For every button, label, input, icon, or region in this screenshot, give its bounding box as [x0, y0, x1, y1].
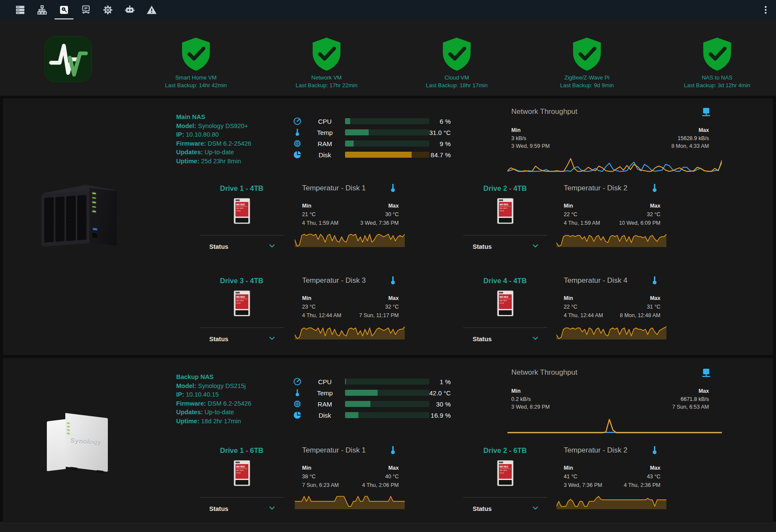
shield-check-icon — [180, 37, 212, 71]
ram-bar — [345, 141, 429, 147]
drive-title: Drive 1 - 6TB — [200, 445, 284, 455]
disk-temp-title: Temperatur - Disk 1 — [302, 446, 366, 455]
gauge-row-disk: Disk 16.9 % — [293, 410, 451, 421]
gauge-row-disk: Disk 84.7 % — [293, 149, 451, 160]
backup-nas-photo: Synology — [45, 412, 110, 475]
backup-last-time: Last Backup: 3d 12hr 4min — [653, 82, 776, 89]
disk-temp-chart — [556, 233, 666, 247]
chevron-down-icon[interactable] — [267, 241, 277, 252]
chevron-down-icon[interactable] — [531, 241, 540, 252]
shield-check-icon — [571, 37, 603, 71]
kebab-menu-icon[interactable] — [760, 4, 772, 16]
gauge-icon — [293, 116, 302, 126]
thermometer-icon — [649, 445, 660, 457]
disk-temp-card-3: Temperatur - Disk 3 Min23 °C4 Thu, 12:44… — [294, 275, 406, 343]
disk-temp-card-2: Temperatur - Disk 2 Min41 °C3 Wed, 7:36 … — [556, 445, 668, 513]
backup-name: ZigBee/Z-Wave Pi — [522, 74, 651, 82]
wd-red-drive-photo: WD REDNAS HARD DRIVE — [498, 461, 513, 486]
nas-title: Main NAS — [176, 113, 305, 122]
main-nas-info: Main NAS Model: Synology DS920+ IP: 10.1… — [176, 113, 305, 165]
drive-status-toggle[interactable]: Status — [200, 239, 284, 254]
drive-status-toggle[interactable]: Status — [463, 332, 547, 346]
min-value: 0.2 kB/s — [511, 395, 550, 404]
top-navigation-bar: IP — [0, 0, 776, 19]
disk-temp-title: Temperatur - Disk 1 — [302, 184, 366, 193]
server-rack-icon[interactable] — [10, 0, 31, 19]
thermometer-icon — [649, 183, 660, 195]
backup-last-time: Last Backup: 17hr 22min — [262, 82, 391, 89]
disk-temp-card-2: Temperatur - Disk 2 Min22 °C4 Thu, 1:59 … — [556, 183, 668, 251]
warning-triangle-icon[interactable] — [141, 0, 162, 19]
card-title: Network Throughput — [511, 107, 577, 116]
thermometer-icon — [293, 128, 302, 137]
chevron-down-icon[interactable] — [531, 333, 540, 345]
drive-status-toggle[interactable]: Status — [463, 501, 547, 516]
hard-disk-icon[interactable] — [54, 0, 74, 19]
divider — [463, 327, 547, 328]
max-label: Max — [671, 126, 709, 135]
drive-status-toggle[interactable]: Status — [200, 501, 284, 516]
backup-last-time: Last Backup: 9d 9min — [522, 82, 651, 89]
ip-network-icon[interactable]: IP — [76, 0, 96, 19]
chip-icon — [293, 399, 302, 409]
disk-temp-card-1: Temperatur - Disk 1 Min38 °C7 Sun, 6:23 … — [294, 445, 406, 513]
drive-card-1: Drive 1 - 4TB WD REDNAS HARD DRIVE Statu… — [200, 183, 284, 259]
nav-tabs: IP — [10, 0, 162, 19]
chevron-down-icon[interactable] — [267, 333, 277, 345]
settings-gear-icon[interactable] — [98, 0, 118, 19]
backup-nas-info: Backup NAS Model: Synology DS215j IP: 10… — [176, 373, 305, 425]
disk-temp-chart — [556, 495, 666, 509]
gauge-row-ram: RAM 9 % — [293, 138, 451, 149]
chevron-down-icon[interactable] — [531, 503, 540, 514]
drive-status-toggle[interactable]: Status — [463, 239, 547, 254]
wd-red-drive-photo: WD REDNAS HARD DRIVE — [234, 291, 250, 316]
cpu-bar — [345, 379, 429, 385]
disk-bar — [345, 412, 429, 418]
drive-card-3: Drive 3 - 4TB WD REDNAS HARD DRIVE Statu… — [200, 275, 284, 352]
chevron-down-icon[interactable] — [267, 503, 277, 514]
divider — [200, 235, 284, 235]
divider — [463, 235, 547, 235]
wd-red-drive-photo: WD REDNAS HARD DRIVE — [234, 199, 250, 223]
ram-bar — [345, 401, 429, 407]
thermometer-icon — [388, 445, 398, 457]
nas-title: Backup NAS — [176, 373, 305, 382]
disk-temp-title: Temperatur - Disk 2 — [564, 446, 627, 455]
robot-icon[interactable] — [119, 0, 140, 19]
network-computer-icon — [700, 107, 712, 120]
backup-network-throughput-card: Network Throughput Min 0.2 kB/s 3 Wed, 8… — [507, 367, 724, 435]
thermometer-icon — [293, 388, 302, 397]
network-sitemap-icon[interactable] — [32, 0, 52, 19]
divider — [463, 497, 547, 498]
temp-bar — [345, 390, 429, 396]
pulse-monitor-app-icon — [44, 36, 92, 82]
backup-system-gauges: CPU 1 % Temp 42.0 °C RAM 30 % Disk 16.9 — [293, 376, 451, 421]
gauge-row-cpu: CPU 6 % — [293, 116, 451, 127]
disk-temp-chart — [295, 233, 405, 247]
drive-status-toggle[interactable]: Status — [200, 332, 284, 346]
min-label: Min — [511, 126, 550, 135]
drive-card-2: Drive 2 - 6TB WD REDNAS HARD DRIVE Statu… — [463, 445, 547, 521]
disk-temp-chart — [295, 325, 405, 339]
max-time: 7 Sun, 6:53 AM — [672, 403, 709, 411]
drive-card-1: Drive 1 - 6TB WD REDNAS HARD DRIVE Statu… — [200, 445, 284, 521]
disk-temp-title: Temperatur - Disk 2 — [564, 184, 627, 193]
shield-check-icon — [701, 37, 733, 71]
gauge-row-temp: Temp 42.0 °C — [293, 387, 451, 398]
backup-status-strip: Smart Home VMLast Backup: 14hr 42min Net… — [0, 19, 776, 96]
main-network-throughput-card: Network Throughput Min 3 kB/s 3 Wed, 9:5… — [507, 107, 724, 174]
disk-pie-icon — [293, 410, 302, 420]
chip-icon — [293, 139, 302, 148]
drive-title: Drive 1 - 4TB — [200, 183, 284, 193]
wd-red-drive-photo: WD REDNAS HARD DRIVE — [234, 461, 250, 486]
disk-temp-card-4: Temperatur - Disk 4 Min22 °C4 Thu, 12:44… — [556, 275, 668, 343]
backup-last-time: Last Backup: 14hr 42min — [131, 82, 260, 89]
backup-last-time: Last Backup: 18hr 17min — [392, 82, 521, 89]
temp-bar — [345, 129, 429, 135]
wd-red-drive-photo: WD REDNAS HARD DRIVE — [498, 199, 513, 223]
gauge-row-ram: RAM 30 % — [293, 398, 451, 410]
backup-name: Network VM — [262, 74, 391, 82]
disk-temp-chart — [295, 495, 405, 509]
shield-check-icon — [311, 37, 342, 71]
disk-bar — [345, 152, 429, 158]
